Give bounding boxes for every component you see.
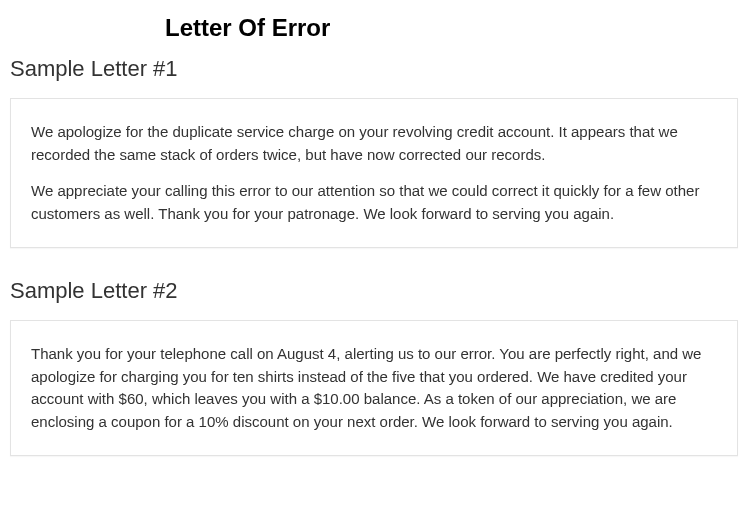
letter-box-1: We apologize for the duplicate service c… <box>10 98 738 248</box>
letter-paragraph: We appreciate your calling this error to… <box>31 180 717 225</box>
letter-paragraph: Thank you for your telephone call on Aug… <box>31 343 717 433</box>
section-heading-1: Sample Letter #1 <box>10 56 738 82</box>
letter-box-2: Thank you for your telephone call on Aug… <box>10 320 738 456</box>
letter-paragraph: We apologize for the duplicate service c… <box>31 121 717 166</box>
section-heading-2: Sample Letter #2 <box>10 278 738 304</box>
page-title: Letter Of Error <box>165 14 738 42</box>
